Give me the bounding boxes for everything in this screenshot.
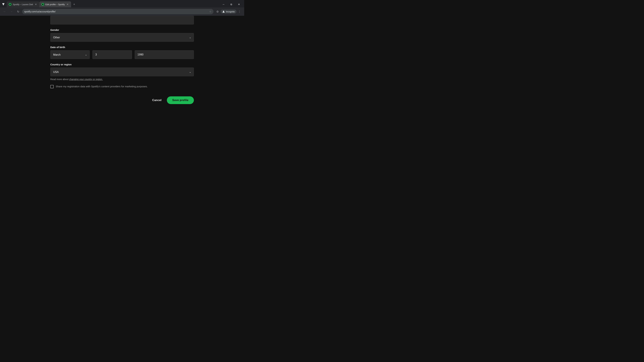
address-bar-right: ⚙ Incognito ⋮: [215, 9, 242, 14]
page-content: Gender Other Man Woman Non-binary Prefer…: [0, 16, 244, 112]
country-label: Country or region: [50, 63, 194, 66]
window-controls: ─ ⧉ ✕: [220, 2, 244, 7]
gender-dropdown-wrapper: Other Man Woman Non-binary Prefer not to…: [50, 33, 194, 42]
dob-year-group: [135, 50, 194, 59]
month-dropdown-wrapper: January February March April May June Ju…: [50, 50, 90, 59]
url-icons: ☆: [209, 10, 212, 13]
read-more-prefix: Read more about: [50, 78, 69, 81]
tab-favicon-1: [9, 3, 12, 6]
country-dropdown-wrapper: USA UK Canada Australia ⌄: [50, 67, 194, 76]
gender-group: Gender Other Man Woman Non-binary Prefer…: [50, 28, 194, 42]
dob-label: Date of birth: [50, 46, 194, 49]
tab-title-2: Edit profile – Spotify: [46, 3, 65, 6]
dob-day-input[interactable]: [92, 50, 132, 59]
menu-button[interactable]: ⋮: [237, 9, 242, 14]
country-group: Country or region USA UK Canada Australi…: [50, 63, 194, 81]
dob-month-select[interactable]: January February March April May June Ju…: [50, 50, 90, 59]
tab-switcher-button[interactable]: [1, 2, 6, 7]
form-section: Gender Other Man Woman Non-binary Prefer…: [50, 28, 194, 112]
tab-edit-profile[interactable]: Edit profile – Spotify ✕: [40, 1, 71, 7]
read-more-text: Read more about changing your country or…: [50, 78, 194, 81]
forward-button[interactable]: →: [9, 9, 14, 14]
url-bar[interactable]: spotify.com/us/account/profile/ ☆: [22, 9, 214, 14]
dob-day-group: [92, 50, 132, 59]
incognito-badge[interactable]: Incognito: [220, 9, 236, 13]
minimize-button[interactable]: ─: [220, 2, 228, 7]
tab-title-1: Spotify – Lauren Deli: [13, 3, 33, 6]
tab-close-1[interactable]: ✕: [34, 3, 38, 6]
browser-chrome: Spotify – Lauren Deli ✕ Edit profile – S…: [0, 0, 244, 16]
incognito-label: Incognito: [226, 10, 235, 13]
top-input-partial[interactable]: [50, 16, 194, 24]
country-select[interactable]: USA UK Canada Australia: [50, 67, 194, 76]
incognito-icon: [222, 10, 225, 13]
scrolled-section: [50, 16, 194, 24]
dob-year-input[interactable]: [135, 50, 194, 59]
restore-button[interactable]: ⧉: [228, 2, 235, 7]
new-tab-button[interactable]: +: [72, 2, 76, 7]
marketing-checkbox[interactable]: [50, 85, 54, 88]
save-profile-button[interactable]: Save profile: [167, 96, 194, 104]
url-text: spotify.com/us/account/profile/: [24, 10, 208, 13]
gender-label: Gender: [50, 28, 194, 31]
marketing-checkbox-row: Share my registration data with Spotify’…: [50, 85, 194, 88]
date-row: January February March April May June Ju…: [50, 50, 194, 59]
marketing-label: Share my registration data with Spotify’…: [56, 85, 148, 88]
dob-month-group: January February March April May June Ju…: [50, 50, 90, 59]
tab-spotify-home[interactable]: Spotify – Lauren Deli ✕: [7, 1, 40, 7]
star-icon[interactable]: ☆: [209, 10, 212, 13]
extensions-button[interactable]: ⚙: [215, 9, 220, 14]
back-button[interactable]: ←: [2, 9, 8, 14]
read-more-link[interactable]: changing your country or region.: [69, 78, 103, 81]
gender-select[interactable]: Other Man Woman Non-binary Prefer not to…: [50, 33, 194, 42]
cancel-button[interactable]: Cancel: [151, 97, 163, 104]
tab-bar: Spotify – Lauren Deli ✕ Edit profile – S…: [0, 0, 244, 7]
address-bar: ← → ↻ spotify.com/us/account/profile/ ☆ …: [0, 7, 244, 16]
close-button[interactable]: ✕: [235, 2, 243, 7]
reload-button[interactable]: ↻: [16, 9, 21, 14]
tab-favicon-2: [42, 3, 44, 6]
dob-group: Date of birth January February March Apr…: [50, 46, 194, 59]
tab-close-2[interactable]: ✕: [66, 3, 69, 6]
action-row: Cancel Save profile: [50, 96, 194, 112]
svg-marker-0: [2, 3, 4, 5]
